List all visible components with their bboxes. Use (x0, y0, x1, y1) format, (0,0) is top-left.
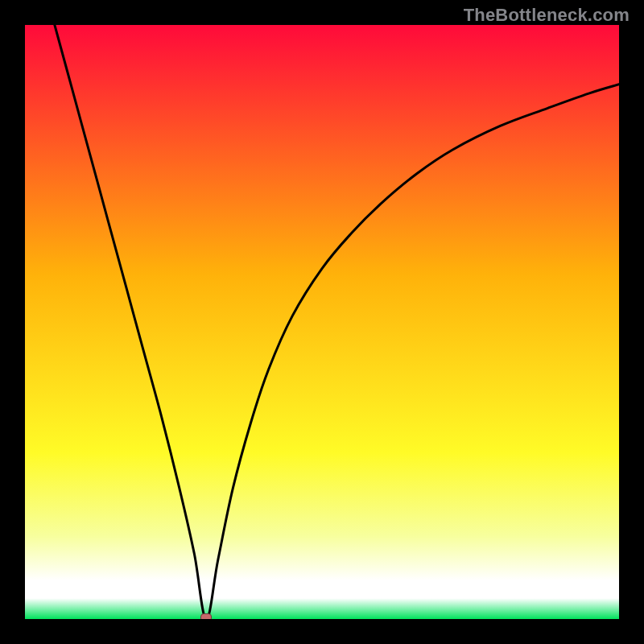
bottleneck-curve (25, 25, 619, 619)
plot-area (25, 25, 619, 619)
minimum-marker (200, 613, 212, 619)
watermark-label: TheBottleneck.com (464, 5, 630, 26)
chart-stage: TheBottleneck.com (0, 0, 644, 644)
